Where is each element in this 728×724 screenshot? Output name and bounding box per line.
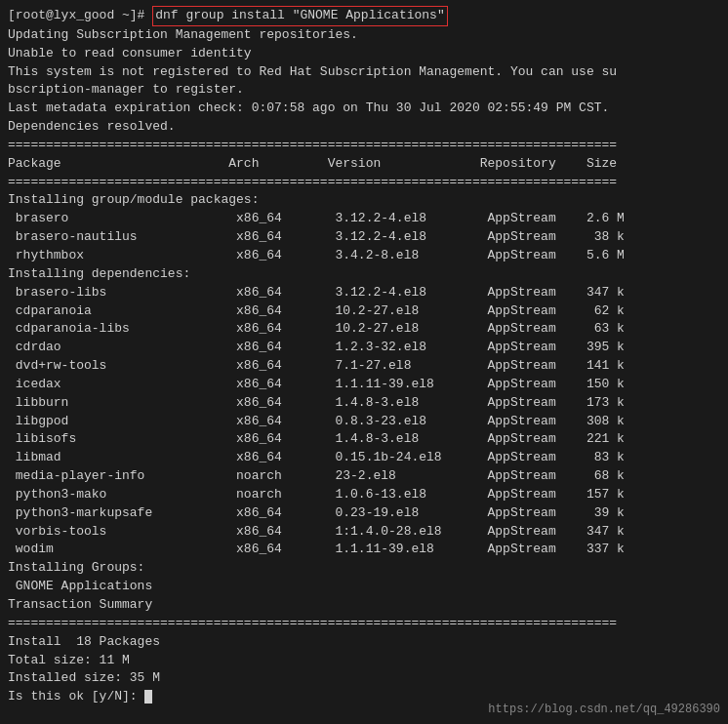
terminal-line: Installing dependencies: — [8, 265, 720, 284]
terminal-line: ========================================… — [8, 615, 720, 633]
command-text: dnf group install "GNOME Applications" — [152, 6, 447, 26]
terminal-line: Installed size: 35 M — [8, 669, 720, 688]
terminal-line: Install 18 Packages — [8, 633, 720, 652]
terminal-line: brasero-nautilus x86_64 3.12.2-4.el8 App… — [8, 228, 720, 247]
terminal-window: [root@lyx_good ~]# dnf group install "GN… — [0, 0, 728, 724]
terminal-line: ========================================… — [8, 174, 720, 192]
terminal-line: cdparanoia-libs x86_64 10.2-27.el8 AppSt… — [8, 320, 720, 339]
terminal-line: libisofs x86_64 1.4.8-3.el8 AppStream 22… — [8, 430, 720, 449]
terminal-line: Installing Groups: — [8, 559, 720, 578]
terminal-line: Updating Subscription Management reposit… — [8, 26, 720, 45]
terminal-line: wodim x86_64 1.1.11-39.el8 AppStream 337… — [8, 541, 720, 559]
terminal-line: python3-mako noarch 1.0.6-13.el8 AppStre… — [8, 486, 720, 504]
terminal-line: cdparanoia x86_64 10.2-27.el8 AppStream … — [8, 302, 720, 321]
watermark: https://blog.csdn.net/qq_49286390 — [488, 703, 720, 716]
terminal-line: brasero-libs x86_64 3.12.2-4.el8 AppStre… — [8, 284, 720, 302]
terminal-line: ========================================… — [8, 137, 720, 155]
terminal-line: libgpod x86_64 0.8.3-23.el8 AppStream 30… — [8, 413, 720, 431]
terminal-line: Transaction Summary — [8, 596, 720, 615]
terminal-line: This system is not registered to Red Hat… — [8, 63, 720, 82]
terminal-line: python3-markupsafe x86_64 0.23-19.el8 Ap… — [8, 504, 720, 523]
terminal-line: rhythmbox x86_64 3.4.2-8.el8 AppStream 5… — [8, 247, 720, 265]
terminal-line: Unable to read consumer identity — [8, 45, 720, 63]
terminal-line: Last metadata expiration check: 0:07:58 … — [8, 100, 720, 118]
terminal-line: GNOME Applications — [8, 578, 720, 596]
terminal-line: Dependencies resolved. — [8, 118, 720, 137]
terminal-line: libburn x86_64 1.4.8-3.el8 AppStream 173… — [8, 394, 720, 413]
terminal-line: media-player-info noarch 23-2.el8 AppStr… — [8, 467, 720, 486]
terminal-line: Total size: 11 M — [8, 652, 720, 670]
terminal-line: libmad x86_64 0.15.1b-24.el8 AppStream 8… — [8, 449, 720, 467]
terminal-output: Updating Subscription Management reposit… — [8, 26, 720, 706]
terminal-line: Installing group/module packages: — [8, 191, 720, 210]
terminal-line: cdrdao x86_64 1.2.3-32.el8 AppStream 395… — [8, 339, 720, 357]
terminal-line: brasero x86_64 3.12.2-4.el8 AppStream 2.… — [8, 210, 720, 228]
terminal-line: vorbis-tools x86_64 1:1.4.0-28.el8 AppSt… — [8, 523, 720, 542]
prompt-line: [root@lyx_good ~]# dnf group install "GN… — [8, 6, 720, 26]
prompt-text: [root@lyx_good ~]# — [8, 7, 152, 25]
terminal-line: dvd+rw-tools x86_64 7.1-27.el8 AppStream… — [8, 357, 720, 376]
terminal-line: bscription-manager to register. — [8, 81, 720, 100]
cursor — [144, 690, 152, 704]
terminal-line: icedax x86_64 1.1.11-39.el8 AppStream 15… — [8, 376, 720, 394]
terminal-line: Package Arch Version Repository Size — [8, 155, 720, 174]
